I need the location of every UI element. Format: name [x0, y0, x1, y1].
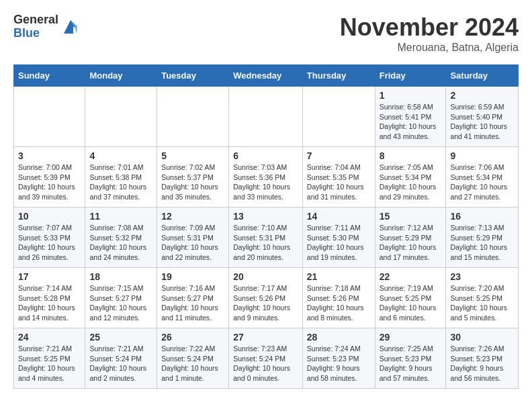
calendar-week-row: 10Sunrise: 7:07 AM Sunset: 5:33 PM Dayli…: [14, 208, 519, 268]
day-info: Sunrise: 7:14 AM Sunset: 5:28 PM Dayligh…: [18, 283, 81, 323]
day-number: 13: [233, 211, 298, 222]
day-number: 11: [89, 211, 152, 222]
calendar-cell: [157, 87, 229, 147]
weekday-header-sunday: Sunday: [14, 65, 85, 87]
day-info: Sunrise: 7:16 AM Sunset: 5:27 PM Dayligh…: [161, 283, 224, 323]
calendar-cell: 2Sunrise: 6:59 AM Sunset: 5:40 PM Daylig…: [446, 87, 519, 147]
location-text: Merouana, Batna, Algeria: [340, 42, 519, 54]
day-info: Sunrise: 7:15 AM Sunset: 5:27 PM Dayligh…: [89, 283, 152, 323]
calendar-week-row: 24Sunrise: 7:21 AM Sunset: 5:25 PM Dayli…: [14, 328, 519, 389]
day-info: Sunrise: 7:10 AM Sunset: 5:31 PM Dayligh…: [233, 223, 298, 263]
day-info: Sunrise: 7:17 AM Sunset: 5:26 PM Dayligh…: [233, 283, 298, 323]
day-number: 23: [450, 271, 514, 282]
day-info: Sunrise: 6:58 AM Sunset: 5:41 PM Dayligh…: [380, 102, 442, 142]
calendar-cell: [85, 87, 157, 147]
weekday-header-saturday: Saturday: [446, 65, 519, 87]
logo-general-text: General: [13, 13, 58, 27]
day-info: Sunrise: 7:25 AM Sunset: 5:23 PM Dayligh…: [380, 344, 442, 383]
calendar-cell: 17Sunrise: 7:14 AM Sunset: 5:28 PM Dayli…: [14, 268, 85, 328]
logo-icon: [61, 17, 80, 36]
day-info: Sunrise: 7:26 AM Sunset: 5:23 PM Dayligh…: [450, 344, 514, 383]
day-info: Sunrise: 7:12 AM Sunset: 5:29 PM Dayligh…: [380, 223, 442, 263]
calendar-cell: 29Sunrise: 7:25 AM Sunset: 5:23 PM Dayli…: [375, 328, 446, 389]
day-info: Sunrise: 7:04 AM Sunset: 5:35 PM Dayligh…: [307, 163, 371, 202]
day-number: 15: [380, 211, 442, 222]
calendar-cell: 3Sunrise: 7:00 AM Sunset: 5:39 PM Daylig…: [14, 147, 85, 208]
calendar-cell: 9Sunrise: 7:06 AM Sunset: 5:34 PM Daylig…: [446, 147, 519, 208]
title-block: November 2024 Merouana, Batna, Algeria: [340, 13, 519, 54]
calendar-cell: 19Sunrise: 7:16 AM Sunset: 5:27 PM Dayli…: [157, 268, 229, 328]
day-number: 7: [307, 150, 371, 161]
calendar-cell: 6Sunrise: 7:03 AM Sunset: 5:36 PM Daylig…: [229, 147, 303, 208]
day-number: 1: [380, 90, 442, 101]
calendar-body: 1Sunrise: 6:58 AM Sunset: 5:41 PM Daylig…: [14, 87, 519, 389]
day-number: 14: [307, 211, 371, 222]
day-number: 16: [450, 211, 514, 222]
calendar-cell: 15Sunrise: 7:12 AM Sunset: 5:29 PM Dayli…: [375, 208, 446, 268]
day-number: 2: [450, 90, 514, 101]
logo-blue-text: Blue: [13, 27, 58, 40]
calendar-cell: 30Sunrise: 7:26 AM Sunset: 5:23 PM Dayli…: [446, 328, 519, 389]
day-info: Sunrise: 7:20 AM Sunset: 5:25 PM Dayligh…: [450, 283, 514, 323]
day-info: Sunrise: 7:06 AM Sunset: 5:34 PM Dayligh…: [450, 163, 514, 202]
day-info: Sunrise: 7:01 AM Sunset: 5:38 PM Dayligh…: [89, 163, 152, 202]
weekday-header-tuesday: Tuesday: [157, 65, 229, 87]
day-info: Sunrise: 7:11 AM Sunset: 5:30 PM Dayligh…: [307, 223, 371, 263]
day-number: 25: [89, 332, 152, 342]
day-info: Sunrise: 6:59 AM Sunset: 5:40 PM Dayligh…: [450, 102, 514, 142]
weekday-header-wednesday: Wednesday: [229, 65, 303, 87]
calendar-cell: 22Sunrise: 7:19 AM Sunset: 5:25 PM Dayli…: [375, 268, 446, 328]
day-info: Sunrise: 7:03 AM Sunset: 5:36 PM Dayligh…: [233, 163, 298, 202]
day-info: Sunrise: 7:00 AM Sunset: 5:39 PM Dayligh…: [18, 163, 81, 202]
calendar-cell: [229, 87, 303, 147]
day-number: 20: [233, 271, 298, 282]
calendar-cell: 16Sunrise: 7:13 AM Sunset: 5:29 PM Dayli…: [446, 208, 519, 268]
day-number: 12: [161, 211, 224, 222]
calendar-cell: [302, 87, 375, 147]
calendar-cell: 26Sunrise: 7:22 AM Sunset: 5:24 PM Dayli…: [157, 328, 229, 389]
weekday-header-row: SundayMondayTuesdayWednesdayThursdayFrid…: [14, 65, 519, 87]
day-number: 29: [380, 332, 442, 342]
calendar-cell: 12Sunrise: 7:09 AM Sunset: 5:31 PM Dayli…: [157, 208, 229, 268]
day-number: 27: [233, 332, 298, 342]
calendar-header: SundayMondayTuesdayWednesdayThursdayFrid…: [14, 65, 519, 87]
calendar-week-row: 3Sunrise: 7:00 AM Sunset: 5:39 PM Daylig…: [14, 147, 519, 208]
day-info: Sunrise: 7:18 AM Sunset: 5:26 PM Dayligh…: [307, 283, 371, 323]
calendar-cell: 5Sunrise: 7:02 AM Sunset: 5:37 PM Daylig…: [157, 147, 229, 208]
calendar-cell: 25Sunrise: 7:21 AM Sunset: 5:24 PM Dayli…: [85, 328, 157, 389]
logo: General Blue: [13, 13, 80, 40]
calendar-cell: 11Sunrise: 7:08 AM Sunset: 5:32 PM Dayli…: [85, 208, 157, 268]
day-info: Sunrise: 7:02 AM Sunset: 5:37 PM Dayligh…: [161, 163, 224, 202]
day-number: 9: [450, 150, 514, 161]
calendar-cell: 1Sunrise: 6:58 AM Sunset: 5:41 PM Daylig…: [375, 87, 446, 147]
weekday-header-monday: Monday: [85, 65, 157, 87]
day-number: 5: [161, 150, 224, 161]
day-number: 22: [380, 271, 442, 282]
day-info: Sunrise: 7:05 AM Sunset: 5:34 PM Dayligh…: [380, 163, 442, 202]
day-number: 28: [307, 332, 371, 342]
calendar-week-row: 1Sunrise: 6:58 AM Sunset: 5:41 PM Daylig…: [14, 87, 519, 147]
day-info: Sunrise: 7:07 AM Sunset: 5:33 PM Dayligh…: [18, 223, 81, 263]
day-info: Sunrise: 7:21 AM Sunset: 5:24 PM Dayligh…: [89, 344, 152, 383]
day-info: Sunrise: 7:08 AM Sunset: 5:32 PM Dayligh…: [89, 223, 152, 263]
day-number: 17: [18, 271, 81, 282]
calendar-cell: 21Sunrise: 7:18 AM Sunset: 5:26 PM Dayli…: [302, 268, 375, 328]
day-info: Sunrise: 7:22 AM Sunset: 5:24 PM Dayligh…: [161, 344, 224, 383]
day-number: 8: [380, 150, 442, 161]
day-number: 21: [307, 271, 371, 282]
day-info: Sunrise: 7:21 AM Sunset: 5:25 PM Dayligh…: [18, 344, 81, 383]
calendar-cell: [14, 87, 85, 147]
calendar-cell: 7Sunrise: 7:04 AM Sunset: 5:35 PM Daylig…: [302, 147, 375, 208]
day-number: 6: [233, 150, 298, 161]
calendar-cell: 8Sunrise: 7:05 AM Sunset: 5:34 PM Daylig…: [375, 147, 446, 208]
day-number: 24: [18, 332, 81, 342]
calendar-cell: 10Sunrise: 7:07 AM Sunset: 5:33 PM Dayli…: [14, 208, 85, 268]
month-title: November 2024: [340, 13, 519, 42]
calendar-cell: 4Sunrise: 7:01 AM Sunset: 5:38 PM Daylig…: [85, 147, 157, 208]
weekday-header-thursday: Thursday: [302, 65, 375, 87]
calendar-cell: 13Sunrise: 7:10 AM Sunset: 5:31 PM Dayli…: [229, 208, 303, 268]
day-number: 19: [161, 271, 224, 282]
calendar-cell: 20Sunrise: 7:17 AM Sunset: 5:26 PM Dayli…: [229, 268, 303, 328]
day-info: Sunrise: 7:13 AM Sunset: 5:29 PM Dayligh…: [450, 223, 514, 263]
day-number: 4: [89, 150, 152, 161]
